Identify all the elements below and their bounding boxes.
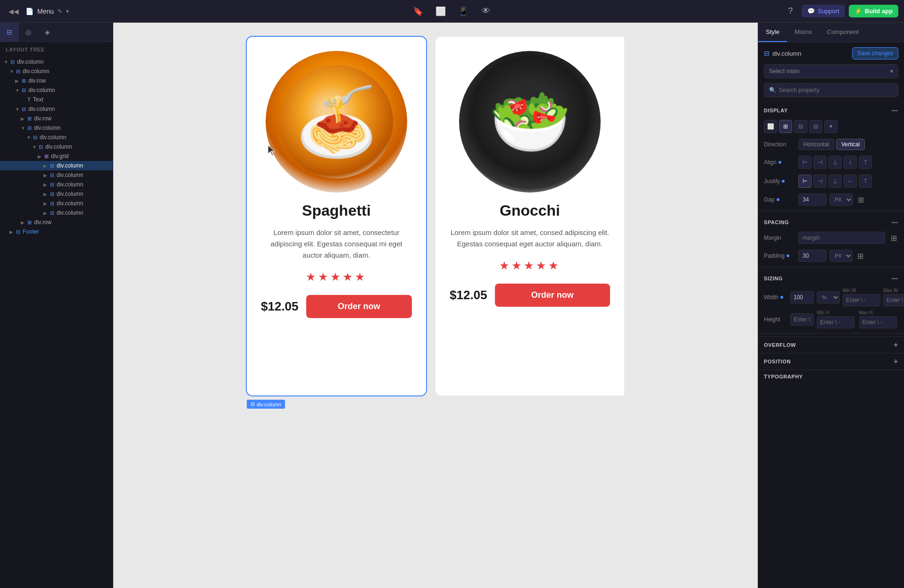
gnocchi-image xyxy=(459,51,601,193)
justify-start-btn[interactable]: ⊢ xyxy=(798,175,812,188)
tab-component[interactable]: Component xyxy=(820,23,866,42)
tree-item-7[interactable]: ▼ ⊟ div.column xyxy=(0,133,113,142)
direction-vertical-btn[interactable]: Vertical xyxy=(836,139,865,150)
justify-space-between-btn[interactable]: ↔ xyxy=(844,175,857,188)
tab-style[interactable]: Style xyxy=(758,23,787,42)
card-2[interactable]: Gnocchi Lorem ipsum dolor sit amet, cons… xyxy=(435,37,624,395)
mixin-select[interactable]: Select mixin ▾ xyxy=(764,64,898,78)
layout-flex-v-btn[interactable]: ⊟ xyxy=(809,120,822,133)
layout-tree-tab[interactable]: ⊟ xyxy=(0,23,19,42)
tab-mixins[interactable]: Mixins xyxy=(787,23,820,42)
padding-unit-select[interactable]: PX % xyxy=(829,250,853,262)
display-layout-row: ⬜ ⊞ ⊟ ⊟ ✦ xyxy=(758,118,904,135)
layout-flex-h-btn[interactable]: ⊞ xyxy=(779,120,792,133)
margin-expand-btn[interactable]: ⊞ xyxy=(889,233,898,243)
card-1-image xyxy=(266,51,407,193)
save-changes-button[interactable]: Save changes xyxy=(852,47,898,59)
overflow-section[interactable]: OVERFLOW + xyxy=(758,336,904,353)
tree-item-10[interactable]: ▶ ⊟ div.column xyxy=(0,180,113,189)
nav-back-button[interactable]: ◀◀ xyxy=(6,6,22,17)
main-area: ⊟ ◎ ◈ Layout Tree ▼ ⊟ div.column ▼ ⊟ div… xyxy=(0,23,904,588)
edit-icon[interactable]: ✎ xyxy=(58,8,62,15)
gap-unit-select[interactable]: PX % em xyxy=(829,193,853,206)
typography-section[interactable]: TYPOGRAPHY xyxy=(758,370,904,383)
padding-expand-btn[interactable]: ⊞ xyxy=(855,251,865,260)
assets-tab[interactable]: ◈ xyxy=(38,23,57,42)
card-2-order-button[interactable]: Order now xyxy=(495,284,610,307)
max-h-input[interactable] xyxy=(859,316,897,328)
display-collapse-button[interactable]: — xyxy=(891,107,898,114)
padding-value-input[interactable] xyxy=(798,250,827,262)
gap-row: Gap PX % em ⊞ xyxy=(758,192,904,208)
justify-center-btn[interactable]: ⊣ xyxy=(813,175,827,188)
card-1[interactable]: Spaghetti Lorem ipsum dolor sit amet, co… xyxy=(247,37,426,395)
min-max-h-group: Min H Max H xyxy=(817,310,898,328)
tree-item-1[interactable]: ▼ ⊟ div.column xyxy=(0,67,113,76)
gap-value-input[interactable] xyxy=(798,193,827,206)
direction-horizontal-btn[interactable]: Horizontal xyxy=(798,139,834,150)
tree-item-8[interactable]: ▼ ⊟ div.column xyxy=(0,142,113,151)
align-start-btn[interactable]: ⊢ xyxy=(798,156,812,169)
align-stretch-btn[interactable]: ↕ xyxy=(844,156,857,169)
tree-item-13[interactable]: ▶ ⊟ div.column xyxy=(0,208,113,218)
position-expand-btn[interactable]: + xyxy=(894,357,898,366)
dropdown-arrow-icon[interactable]: ▾ xyxy=(66,8,69,15)
layout-grid-btn[interactable]: ⊟ xyxy=(794,120,807,133)
bookmark-view-icon[interactable]: 🔖 xyxy=(410,4,426,19)
canvas-area[interactable]: Spaghetti Lorem ipsum dolor sit amet, co… xyxy=(113,23,758,588)
tree-item-12[interactable]: ▶ ⊟ div.column xyxy=(0,199,113,208)
tree-item-5[interactable]: ▶ ⊞ div.row xyxy=(0,114,113,123)
min-h-input[interactable] xyxy=(817,316,854,328)
margin-input[interactable] xyxy=(798,232,885,244)
overflow-label: OVERFLOW xyxy=(764,342,796,348)
height-label: Height xyxy=(764,316,787,323)
tree-item-6[interactable]: ▼ ⊟ div.column xyxy=(0,123,113,133)
tablet-view-icon[interactable]: ⬜ xyxy=(433,4,448,19)
tree-item-grid[interactable]: ▶ ⊞ div.grid xyxy=(0,151,113,161)
element-name: div.column xyxy=(772,50,801,57)
position-section[interactable]: POSITION + xyxy=(758,353,904,370)
tree-item-footer[interactable]: ▶ ⊟ Footer xyxy=(0,227,113,236)
components-tab[interactable]: ◎ xyxy=(19,23,38,42)
layout-custom-btn[interactable]: ✦ xyxy=(824,120,837,133)
gap-expand-btn[interactable]: ⊞ xyxy=(856,195,865,204)
min-w-input[interactable] xyxy=(843,294,880,306)
align-end-btn[interactable]: ⊥ xyxy=(829,156,842,169)
phone-view-icon[interactable]: 📱 xyxy=(456,4,471,19)
tree-item-3[interactable]: ▼ ⊟ div.column xyxy=(0,85,113,95)
margin-label: Margin xyxy=(764,235,795,241)
layout-block-btn[interactable]: ⬜ xyxy=(764,120,777,133)
sizing-collapse-button[interactable]: — xyxy=(891,275,898,282)
width-value-input[interactable] xyxy=(790,291,814,303)
spacing-label: SPACING xyxy=(764,219,789,225)
align-baseline-btn[interactable]: ⊤ xyxy=(859,156,872,169)
justify-end-btn[interactable]: ⊥ xyxy=(829,175,842,188)
help-icon[interactable]: ? xyxy=(783,4,798,19)
support-icon: 💬 xyxy=(807,8,815,15)
align-center-btn[interactable]: ⊣ xyxy=(813,156,827,169)
height-value-input[interactable] xyxy=(790,313,814,326)
row-icon: ⊞ xyxy=(22,78,26,84)
column-icon: ⊟ xyxy=(50,210,54,216)
tree-item-row-3[interactable]: ▶ ⊞ div.row xyxy=(0,218,113,227)
tree-item-4[interactable]: ▼ ⊟ div.column xyxy=(0,104,113,114)
tree-item-text[interactable]: ▶ T Text xyxy=(0,95,113,104)
tree-item-9[interactable]: ▶ ⊟ div.column xyxy=(0,170,113,180)
preview-icon[interactable]: 👁 xyxy=(478,4,494,19)
max-w-input[interactable] xyxy=(883,294,904,306)
build-app-button[interactable]: ⚡ Build app xyxy=(849,5,898,17)
padding-input-group: PX % ⊞ xyxy=(798,250,898,262)
doc-title[interactable]: 📄 Menu ✎ xyxy=(25,8,62,15)
tree-item-root[interactable]: ▼ ⊟ div.column xyxy=(0,57,113,67)
support-button[interactable]: 💬 Support xyxy=(802,5,845,17)
tree-item-selected[interactable]: ▶ ⊟ div.column xyxy=(0,161,113,170)
tree-item-2[interactable]: ▶ ⊞ div.row xyxy=(0,76,113,85)
justify-space-around-btn[interactable]: ⊤ xyxy=(859,175,872,188)
search-property-box: 🔍 xyxy=(764,83,898,97)
card-1-order-button[interactable]: Order now xyxy=(306,295,412,318)
tree-item-11[interactable]: ▶ ⊟ div.column xyxy=(0,189,113,199)
overflow-expand-btn[interactable]: + xyxy=(894,341,898,349)
search-property-input[interactable] xyxy=(779,87,893,93)
width-unit-select[interactable]: % PX xyxy=(817,291,840,303)
spacing-collapse-button[interactable]: — xyxy=(891,218,898,226)
